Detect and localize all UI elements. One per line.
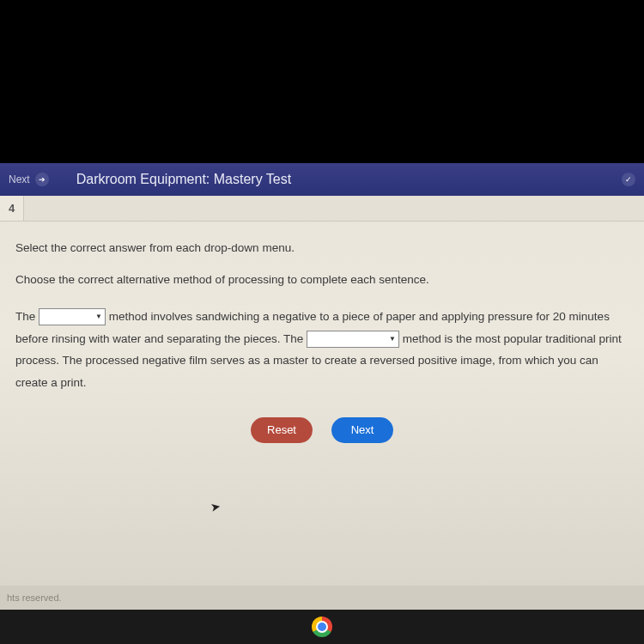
mouse-cursor-icon: ➤ — [210, 499, 222, 514]
button-row: Reset Next — [15, 417, 629, 443]
nav-arrow-icon: ➔ — [35, 173, 49, 186]
footer-text: hts reserved. — [7, 592, 62, 603]
page-title: Darkroom Equipment: Mastery Test — [76, 172, 291, 187]
taskbar — [0, 610, 644, 644]
chevron-down-icon: ▼ — [389, 332, 396, 345]
next-button[interactable]: Next — [331, 417, 393, 443]
chrome-icon[interactable] — [312, 617, 332, 637]
question-content: Select the correct answer from each drop… — [0, 222, 644, 459]
sub-instruction-text: Choose the correct alternative method of… — [15, 270, 629, 290]
chevron-down-icon: ▼ — [95, 311, 102, 324]
status-check-icon[interactable]: ✓ — [622, 173, 635, 186]
instruction-text: Select the correct answer from each drop… — [15, 239, 629, 258]
footer: hts reserved. — [0, 586, 644, 610]
header-bar: Next ➔ Darkroom Equipment: Mastery Test … — [0, 163, 644, 196]
dropdown-method-1[interactable]: ▼ — [39, 308, 106, 325]
question-tab-4[interactable]: 4 — [0, 196, 24, 221]
dropdown-method-2[interactable]: ▼ — [307, 331, 399, 348]
app-screen: Next ➔ Darkroom Equipment: Mastery Test … — [0, 163, 644, 610]
reset-button[interactable]: Reset — [251, 417, 313, 443]
question-nav-bar: 4 — [0, 196, 644, 222]
passage-segment-1: The — [15, 310, 39, 323]
nav-control[interactable]: Next ➔ — [9, 173, 49, 186]
nav-label: Next — [9, 173, 30, 185]
passage: The ▼ method involves sandwiching a nega… — [15, 306, 629, 394]
